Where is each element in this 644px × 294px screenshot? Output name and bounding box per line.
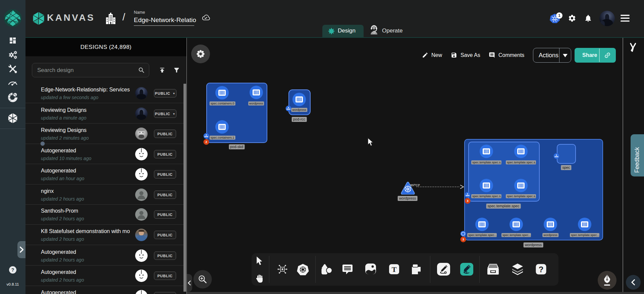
svg-text:T: T <box>392 265 397 274</box>
svg-text:?: ? <box>539 265 544 274</box>
svg-text:?: ? <box>11 267 14 273</box>
